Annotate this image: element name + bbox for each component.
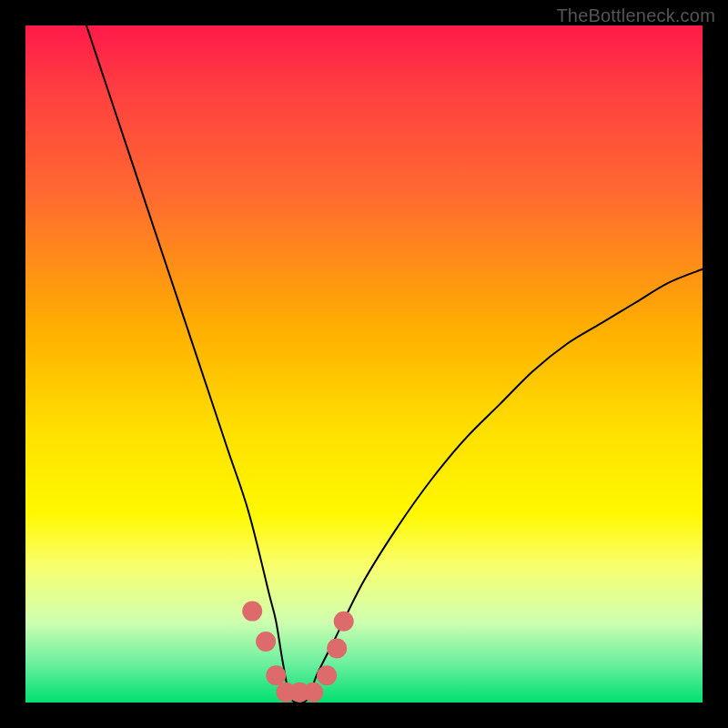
highlight-dot bbox=[256, 632, 276, 652]
bottleneck-curve bbox=[86, 25, 703, 703]
chart-plot-area bbox=[25, 25, 703, 703]
highlight-dot bbox=[242, 602, 262, 622]
watermark-text: TheBottleneck.com bbox=[556, 5, 715, 26]
highlight-dot bbox=[334, 612, 354, 632]
highlight-dot bbox=[327, 639, 347, 659]
highlight-dot bbox=[317, 665, 337, 685]
highlight-dots-group bbox=[242, 602, 354, 703]
highlight-dot bbox=[266, 665, 286, 685]
chart-svg bbox=[25, 25, 703, 703]
highlight-dot bbox=[303, 682, 323, 703]
